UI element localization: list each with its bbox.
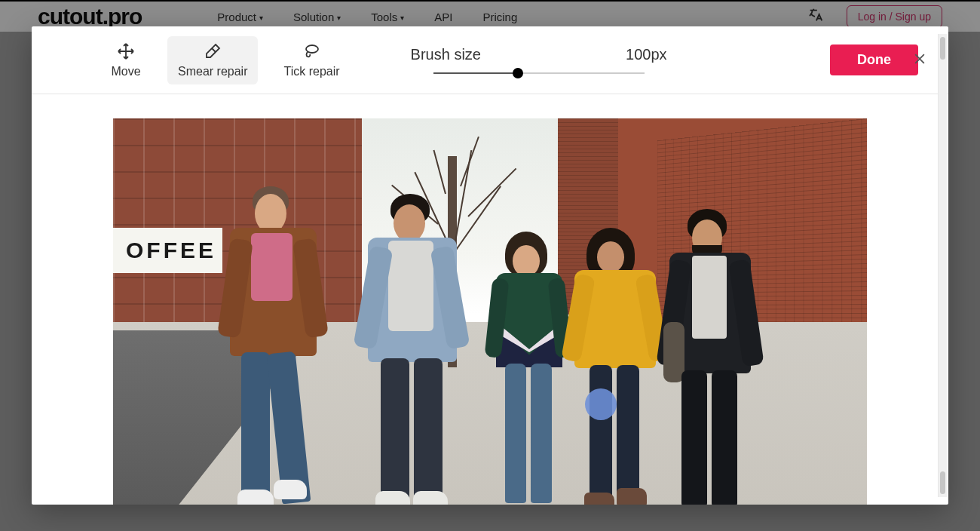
person-5 (656, 209, 761, 505)
person-4 (565, 228, 663, 505)
lasso-icon (303, 42, 321, 60)
smear-repair-tool[interactable]: Smear repair (167, 36, 258, 84)
person-1 (215, 186, 328, 505)
scrollbar-thumb-top[interactable] (940, 37, 945, 60)
done-button[interactable]: Done (830, 45, 918, 75)
editor-toolbar: Move Smear repair Tick (32, 26, 948, 94)
editor-modal: Move Smear repair Tick (32, 26, 948, 505)
slider-knob[interactable] (513, 68, 523, 78)
scrollbar-thumb-bottom[interactable] (940, 471, 945, 494)
person-3 (482, 232, 573, 505)
tick-repair-tool[interactable]: Tick repair (273, 36, 350, 84)
person-2 (354, 194, 467, 505)
move-tool-label: Move (111, 65, 140, 78)
brush-size-value: 100px (626, 46, 667, 63)
brush-cursor (585, 388, 617, 420)
eraser-icon (204, 42, 222, 60)
tick-repair-label: Tick repair (283, 65, 339, 78)
scrollbar[interactable] (938, 34, 947, 497)
close-icon (912, 51, 927, 69)
brush-size-control: Brush size 100px (411, 46, 667, 74)
svg-point-0 (306, 45, 318, 53)
close-button[interactable] (909, 50, 930, 71)
move-icon (117, 42, 135, 60)
image-canvas[interactable]: OFFEE (113, 118, 867, 505)
photo-content: OFFEE (113, 118, 867, 505)
brush-size-slider[interactable] (433, 72, 645, 74)
smear-repair-label: Smear repair (178, 65, 247, 78)
brush-size-label: Brush size (411, 46, 481, 63)
canvas-area[interactable]: OFFEE (32, 94, 948, 505)
move-tool[interactable]: Move (100, 36, 152, 84)
coffee-sign: OFFEE (113, 228, 222, 273)
